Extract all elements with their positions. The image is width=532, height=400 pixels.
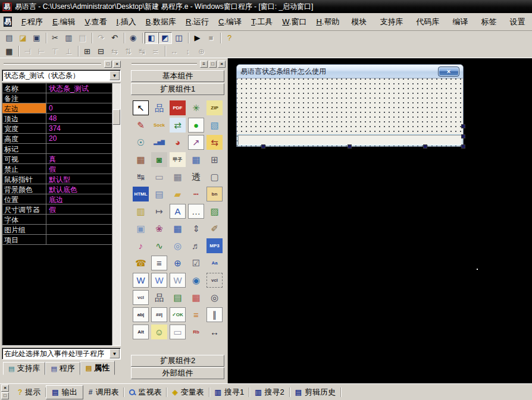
property-row[interactable]: 备注 xyxy=(2,93,120,103)
property-value[interactable] xyxy=(46,225,120,234)
property-row[interactable]: 背景颜色默认底色 xyxy=(2,184,120,194)
wand-icon[interactable]: ✐ xyxy=(206,221,223,236)
property-panel-titlebar[interactable]: □ × xyxy=(2,59,121,68)
tab-支持库[interactable]: ▤支持库 xyxy=(3,362,45,375)
frame-component-icon[interactable]: ◙ xyxy=(151,152,167,167)
ok-button-icon[interactable]: ✓OK xyxy=(170,307,186,322)
font-blocks-icon[interactable]: Aa xyxy=(206,256,223,270)
label-edit-icon[interactable]: ab| xyxy=(133,307,149,322)
menu-item-c[interactable]: C.编译 xyxy=(214,15,246,29)
zip-icon[interactable]: ZIP xyxy=(206,100,223,115)
property-value[interactable]: 真 xyxy=(46,154,120,163)
html-view-icon[interactable]: HTML xyxy=(133,187,149,201)
property-row[interactable]: 字体 xyxy=(2,215,120,225)
property-scrollbar[interactable] xyxy=(112,83,120,345)
form-titlebar[interactable]: 易语言状态条组件怎么使用 × xyxy=(237,65,463,78)
menu-item-w[interactable]: W.窗口 xyxy=(277,15,311,29)
pie-chart-icon[interactable]: ◕ xyxy=(170,135,186,150)
property-value[interactable]: 假 xyxy=(46,204,120,214)
layout-grid-icon[interactable]: ◫ xyxy=(172,32,186,44)
menu-item-e[interactable]: E.编辑 xyxy=(48,15,80,29)
find-text-icon[interactable]: ◎ xyxy=(206,290,223,305)
tab-搜寻1[interactable]: ▥搜寻1 xyxy=(209,386,250,399)
scrollbar-thumb[interactable] xyxy=(112,109,120,125)
property-row[interactable]: 宽度374 xyxy=(2,124,120,134)
tab-提示[interactable]: ?提示 xyxy=(12,386,46,399)
design-form-window[interactable]: 易语言状态条组件怎么使用 × xyxy=(236,64,464,147)
text-columns-icon[interactable]: ∥ xyxy=(206,307,223,322)
layout-left-icon[interactable]: ◧ xyxy=(145,32,158,44)
menu-right-item-3[interactable]: 编译 xyxy=(446,15,474,29)
net-doc-icon[interactable]: ⊕ xyxy=(170,256,186,270)
ellipsis-edit-icon[interactable]: … xyxy=(188,204,204,219)
webcam-icon[interactable]: ☉ xyxy=(133,135,149,150)
list-box-icon[interactable]: ≡ xyxy=(151,256,167,270)
flowchart-icon[interactable]: 品 xyxy=(151,100,167,115)
cursor-icon[interactable]: ↖ xyxy=(133,100,149,115)
property-value[interactable]: 底边 xyxy=(46,194,120,204)
palette-titlebar[interactable]: ≡ □ × xyxy=(130,59,226,68)
property-value[interactable]: 默认型 xyxy=(46,174,120,184)
extended-components1-button[interactable]: 扩展组件1 xyxy=(131,83,224,95)
undo-icon[interactable]: ↶ xyxy=(108,32,121,44)
tree-view-icon[interactable]: ⊞ xyxy=(206,152,223,167)
menu-right-item-5[interactable]: 设置 xyxy=(503,15,531,29)
jiazi-icon[interactable]: 甲子 xyxy=(170,152,186,167)
cut-icon[interactable]: ✂ xyxy=(48,32,62,44)
form-designer-area[interactable]: 易语言状态条组件怎么使用 × xyxy=(228,58,532,383)
num-edit-icon[interactable]: ##| xyxy=(151,307,167,322)
tab-输出[interactable]: ▤输出 xyxy=(46,385,83,399)
property-row[interactable]: 名称状态条_测试 xyxy=(2,83,120,93)
menu-right-item-1[interactable]: 支持库 xyxy=(374,15,409,29)
property-row[interactable]: 标记 xyxy=(2,144,120,154)
midi-icon[interactable]: ♪ xyxy=(133,238,149,253)
blank-panel-icon[interactable]: ▭ xyxy=(170,325,186,339)
layout-top-icon[interactable]: ◩ xyxy=(158,32,172,44)
vertical-splitter[interactable] xyxy=(123,58,128,383)
tab-搜寻2[interactable]: ▥搜寻2 xyxy=(249,386,290,399)
ruler-icon[interactable]: ↦ xyxy=(151,204,167,219)
menu-right-item-0[interactable]: 模块 xyxy=(345,15,373,29)
rb-slider-icon[interactable]: Rb xyxy=(188,325,204,339)
property-value[interactable]: 0 xyxy=(46,103,120,113)
property-row[interactable]: 鼠标指针默认型 xyxy=(2,174,120,184)
org-chart-icon[interactable]: 品 xyxy=(151,290,167,305)
turtle-icon[interactable]: ✳ xyxy=(188,100,204,115)
save-icon[interactable]: ▣ xyxy=(30,32,43,44)
property-value[interactable]: 48 xyxy=(46,114,120,123)
h-resize-icon[interactable]: ↔ xyxy=(206,325,223,339)
bar-chart-icon[interactable]: ▂▅▇ xyxy=(151,135,167,150)
run-icon[interactable]: ▶ xyxy=(190,32,204,44)
extended-components2-button[interactable]: 扩展组件2 xyxy=(131,355,224,367)
rich-doc-icon[interactable]: A xyxy=(170,204,186,219)
property-row[interactable]: 左边0 xyxy=(2,103,120,114)
word-new-icon[interactable]: W xyxy=(133,273,149,288)
menu-item-r[interactable]: R.运行 xyxy=(181,15,214,29)
center-vertical-icon[interactable]: ⊟ xyxy=(94,45,108,57)
property-value[interactable] xyxy=(46,93,120,103)
panel-close-icon[interactable]: × xyxy=(218,61,226,68)
selection-handle[interactable] xyxy=(461,124,465,128)
dial-phone-icon[interactable]: ☎ xyxy=(133,256,149,270)
vcl-box-icon[interactable]: vcl xyxy=(133,290,149,305)
table-sync-icon[interactable]: ▦ xyxy=(133,152,149,167)
film-audio-icon[interactable]: ♬ xyxy=(188,238,204,253)
panel-close-icon[interactable]: × xyxy=(1,385,9,392)
property-row[interactable]: 尺寸调节器假 xyxy=(2,204,120,215)
basic-components-button[interactable]: 基本组件 xyxy=(131,70,224,82)
center-horizontal-icon[interactable]: ⊞ xyxy=(80,45,94,57)
pdf-icon[interactable]: PDF xyxy=(170,100,186,115)
tab-调用表[interactable]: #调用表 xyxy=(83,386,124,399)
tab-属性[interactable]: ▤属性 xyxy=(80,361,115,375)
word-doc-icon[interactable]: W xyxy=(151,273,167,288)
line-chart-icon[interactable]: ↗ xyxy=(188,135,204,150)
tree-panel-icon[interactable]: ▤ xyxy=(170,290,186,305)
statusbar-component[interactable] xyxy=(238,135,462,145)
menu-item-i[interactable]: I.插入 xyxy=(112,15,141,29)
panel-menu-icon[interactable]: ≡ xyxy=(200,61,208,68)
tab-程序[interactable]: ▤程序 xyxy=(45,362,80,375)
volume-mixer-icon[interactable]: ⇕ xyxy=(188,221,204,236)
menu-item-b[interactable]: B.数据库 xyxy=(141,15,181,29)
selection-handle[interactable] xyxy=(261,144,265,149)
panel-restore-icon[interactable]: □ xyxy=(209,61,217,68)
